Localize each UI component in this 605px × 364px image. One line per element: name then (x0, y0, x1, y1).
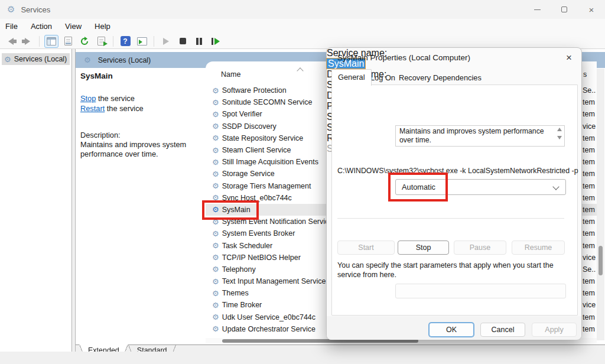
description-textbox[interactable]: Maintains and improves system performanc… (395, 125, 565, 147)
pause-service-button[interactable] (192, 35, 206, 48)
help-button[interactable]: ? (118, 35, 132, 48)
description-scroll-arrows[interactable] (556, 128, 563, 139)
services-gear-icon: ⚙ (4, 56, 11, 63)
service-gear-icon: ⚙ (212, 242, 219, 249)
refresh-button[interactable] (77, 35, 92, 48)
window-title: Services (21, 5, 50, 14)
sort-ascending-icon (297, 67, 303, 74)
sysmain-properties-dialog: SysMain Properties (Local Computer) × Ge… (326, 47, 582, 340)
stop-icon (180, 38, 186, 44)
tab-dependencies[interactable]: Dependencies (427, 71, 487, 84)
console-tree-icon (47, 37, 56, 46)
app-gear-icon: ⚙ (7, 4, 15, 15)
service-name: Themes (222, 289, 249, 297)
ok-button[interactable]: OK (429, 323, 474, 337)
description-label: Description: (80, 131, 201, 140)
general-tab-page (331, 84, 578, 316)
start-service-button[interactable] (159, 35, 173, 48)
scroll-up-icon (557, 128, 562, 131)
export-list-button[interactable] (94, 35, 108, 48)
start-button: Start (337, 240, 395, 255)
service-gear-icon: ⚙ (212, 122, 219, 130)
service-gear-icon: ⚙ (212, 265, 219, 273)
scroll-down-icon (557, 136, 562, 139)
service-gear-icon: ⚙ (212, 254, 219, 261)
close-icon: × (589, 5, 594, 14)
logon-as-fragment: Se... (583, 265, 596, 274)
stop-service-link[interactable]: Stop (80, 94, 96, 103)
back-button[interactable] (4, 35, 18, 48)
description-textbox-value: Maintains and improves system performanc… (399, 127, 544, 144)
logon-as-fragment: tem (583, 242, 596, 250)
tab-extended[interactable]: Extended (79, 345, 128, 352)
column-header-name[interactable]: Name (221, 70, 240, 79)
menu-view[interactable]: View (58, 20, 88, 32)
minimize-button[interactable] (523, 0, 551, 19)
service-name: SSDP Discovery (222, 122, 277, 131)
service-name: Sonitude SECOMN Service (222, 98, 313, 106)
service-gear-icon: ⚙ (212, 147, 219, 154)
maximize-button[interactable] (551, 0, 578, 19)
toolbar-separator (39, 36, 40, 47)
restart-service-link[interactable]: Restart (80, 104, 105, 113)
stop-service-button[interactable] (175, 35, 190, 48)
forward-icon (25, 38, 30, 45)
service-name: Update Orchestrator Service (222, 325, 315, 333)
service-name: TCP/IP NetBIOS Helper (222, 254, 301, 262)
divider (337, 218, 564, 219)
show-console-tree-button[interactable] (44, 35, 58, 48)
stop-button[interactable]: Stop (398, 240, 449, 255)
service-name: Software Protection (222, 86, 287, 95)
menu-help[interactable]: Help (88, 20, 117, 32)
restart-service-line: Restart the service (80, 103, 201, 113)
service-name: Telephony (222, 265, 256, 274)
service-name: Storage Tiers Management (222, 182, 311, 190)
forward-button[interactable] (20, 35, 34, 48)
logon-as-fragment: tem (583, 289, 596, 297)
restart-service-suffix: the service (105, 104, 143, 113)
pause-button: Pause (454, 240, 506, 255)
tab-general[interactable]: General (331, 69, 372, 86)
path-to-executable-value: C:\WINDOWS\system32\svchost.exe -k Local… (337, 167, 578, 175)
dialog-close-button[interactable]: × (560, 50, 578, 66)
chevron-down-icon (552, 183, 559, 190)
logon-as-fragment: tem (583, 217, 596, 226)
cancel-button[interactable]: Cancel (480, 323, 525, 337)
services-panel-header-label: Services (Local) (98, 56, 151, 64)
service-gear-icon: ⚙ (212, 182, 219, 190)
extended-description-pane: SysMain Stop the service Restart the ser… (80, 72, 201, 159)
menu-bar: File Action View Help (0, 19, 605, 34)
vertical-scrollbar[interactable] (597, 69, 604, 340)
close-button[interactable]: × (578, 0, 605, 19)
refresh-icon (80, 37, 89, 46)
service-gear-icon: ⚙ (212, 110, 219, 118)
restart-service-button[interactable] (209, 35, 223, 48)
services-gear-icon: ⚙ (84, 56, 91, 64)
service-gear-icon: ⚙ (212, 325, 219, 333)
logon-as-fragment: tem (583, 194, 596, 202)
extended-view-button[interactable] (135, 35, 149, 48)
toolbar-separator (113, 36, 113, 47)
minimize-icon (534, 9, 541, 10)
description-text: Maintains and improves system performanc… (80, 140, 201, 159)
properties-icon (64, 37, 72, 46)
extended-view-icon (137, 37, 147, 46)
tree-item-services-local[interactable]: ⚙ Services (Local) (2, 53, 70, 65)
help-icon: ? (121, 36, 131, 46)
service-name: Steam Client Service (222, 146, 291, 154)
service-gear-icon: ⚙ (212, 158, 219, 166)
vertical-scrollbar-thumb[interactable] (599, 246, 603, 275)
console-tree-panel: ⚙ Services (Local) (0, 49, 72, 352)
service-name: Udk User Service_e0bc744c (222, 313, 315, 321)
logon-as-fragment: vice (583, 254, 596, 262)
menu-action[interactable]: Action (24, 20, 58, 32)
service-name: Spot Verifier (222, 110, 262, 118)
column-header-logon-fragment[interactable]: s (583, 70, 587, 79)
tab-standard[interactable]: Standard (128, 345, 176, 352)
properties-button[interactable] (61, 35, 75, 48)
service-name: Time Broker (222, 301, 262, 309)
logon-as-fragment: tem (583, 98, 596, 106)
stop-service-line: Stop the service (80, 93, 201, 103)
start-parameters-note: You can specify the start parameters tha… (337, 261, 569, 280)
menu-file[interactable]: File (0, 20, 24, 32)
